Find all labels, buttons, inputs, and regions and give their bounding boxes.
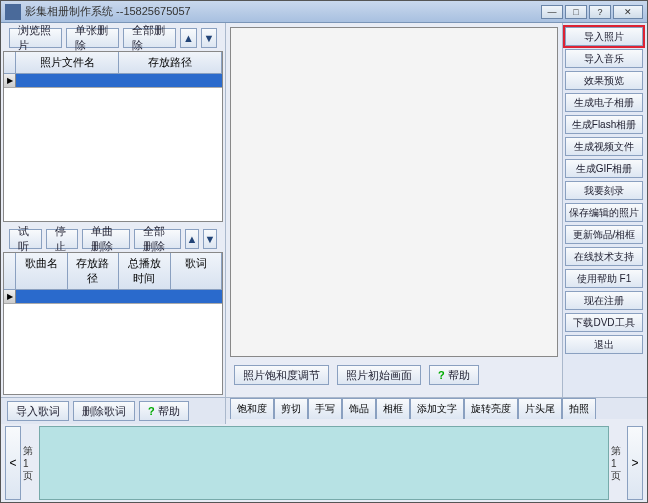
tab-frame[interactable]: 相框 — [376, 398, 410, 419]
window-title: 影集相册制作系统 --15825675057 — [25, 4, 191, 19]
edit-tabs: 饱和度 剪切 手写 饰品 相框 添加文字 旋转亮度 片头尾 拍照 — [226, 397, 647, 419]
exit-button[interactable]: 退出 — [565, 335, 643, 354]
photo-up-button[interactable]: ▲ — [180, 28, 196, 48]
timeline-next-button[interactable]: > — [627, 426, 643, 500]
delete-all-song-button[interactable]: 全部删除 — [134, 229, 181, 249]
try-listen-button[interactable]: 试听 — [9, 229, 42, 249]
help-button[interactable]: ? — [589, 5, 611, 19]
tab-handwrite[interactable]: 手写 — [308, 398, 342, 419]
titlebar[interactable]: 影集相册制作系统 --15825675057 — □ ? ✕ — [1, 1, 647, 23]
tab-snapshot[interactable]: 拍照 — [562, 398, 596, 419]
tab-crop[interactable]: 剪切 — [274, 398, 308, 419]
song-down-button[interactable]: ▼ — [203, 229, 217, 249]
save-edit-button[interactable]: 保存编辑的照片 — [565, 203, 643, 222]
use-help-button[interactable]: 使用帮助 F1 — [565, 269, 643, 288]
song-col-path: 存放路径 — [68, 253, 120, 289]
gen-ebook-button[interactable]: 生成电子相册 — [565, 93, 643, 112]
gen-gif-button[interactable]: 生成GIF相册 — [565, 159, 643, 178]
lyric-toolbar: 导入歌词 删除歌词 ?帮助 — [1, 397, 226, 424]
app-icon — [5, 4, 21, 20]
initial-frame-button[interactable]: 照片初始画面 — [337, 365, 421, 385]
tab-title-end[interactable]: 片头尾 — [518, 398, 562, 419]
delete-all-photo-button[interactable]: 全部删除 — [123, 28, 176, 48]
photo-grid[interactable]: 照片文件名 存放路径 ▶ — [3, 51, 223, 222]
photo-row-selected[interactable]: ▶ — [4, 74, 222, 88]
maximize-button[interactable]: □ — [565, 5, 587, 19]
song-col-lyric: 歌词 — [171, 253, 223, 289]
photo-down-button[interactable]: ▼ — [201, 28, 217, 48]
saturation-button[interactable]: 照片饱和度调节 — [234, 365, 329, 385]
song-grid[interactable]: 歌曲名 存放路径 总播放时间 歌词 ▶ — [3, 252, 223, 395]
delete-one-photo-button[interactable]: 单张删除 — [66, 28, 119, 48]
gen-video-button[interactable]: 生成视频文件 — [565, 137, 643, 156]
import-photo-button[interactable]: 导入照片 — [565, 27, 643, 46]
song-up-button[interactable]: ▲ — [185, 229, 199, 249]
app-window: 影集相册制作系统 --15825675057 — □ ? ✕ 浏览照片 单张删除… — [0, 0, 648, 503]
stop-button[interactable]: 停止 — [46, 229, 79, 249]
timeline-page-right: 第1页 — [611, 426, 625, 500]
preview-area[interactable] — [230, 27, 558, 357]
photo-col-filename: 照片文件名 — [16, 52, 119, 73]
timeline-strip[interactable] — [39, 426, 609, 500]
row-indicator-icon: ▶ — [4, 290, 16, 303]
timeline-area: < 第1页 第1页 > — [1, 424, 647, 502]
close-button[interactable]: ✕ — [613, 5, 643, 19]
timeline-page-left: 第1页 — [23, 426, 37, 500]
lyric-help-button[interactable]: ?帮助 — [139, 401, 189, 421]
row-indicator-icon: ▶ — [4, 74, 16, 87]
timeline-prev-button[interactable]: < — [5, 426, 21, 500]
photo-col-path: 存放路径 — [119, 52, 222, 73]
help-icon: ? — [438, 369, 445, 381]
browse-photo-button[interactable]: 浏览照片 — [9, 28, 62, 48]
song-col-duration: 总播放时间 — [119, 253, 171, 289]
update-deco-button[interactable]: 更新饰品/相框 — [565, 225, 643, 244]
right-panel: 导入照片 导入音乐 效果预览 生成电子相册 生成Flash相册 生成视频文件 生… — [562, 23, 647, 397]
import-lyric-button[interactable]: 导入歌词 — [7, 401, 69, 421]
tab-decoration[interactable]: 饰品 — [342, 398, 376, 419]
song-row-selected[interactable]: ▶ — [4, 290, 222, 304]
song-col-name: 歌曲名 — [16, 253, 68, 289]
register-button[interactable]: 现在注册 — [565, 291, 643, 310]
song-toolbar: 试听 停止 单曲删除 全部删除 ▲ ▼ — [3, 226, 223, 252]
gen-flash-button[interactable]: 生成Flash相册 — [565, 115, 643, 134]
import-music-button[interactable]: 导入音乐 — [565, 49, 643, 68]
tab-saturation[interactable]: 饱和度 — [230, 398, 274, 419]
minimize-button[interactable]: — — [541, 5, 563, 19]
tab-text[interactable]: 添加文字 — [410, 398, 464, 419]
center-panel: 照片饱和度调节 照片初始画面 ?帮助 — [226, 23, 562, 397]
online-support-button[interactable]: 在线技术支持 — [565, 247, 643, 266]
tab-rotate-bright[interactable]: 旋转亮度 — [464, 398, 518, 419]
center-help-button[interactable]: ?帮助 — [429, 365, 479, 385]
dvd-tool-button[interactable]: 下载DVD工具 — [565, 313, 643, 332]
help-icon: ? — [148, 405, 155, 417]
photo-toolbar: 浏览照片 单张删除 全部删除 ▲ ▼ — [3, 25, 223, 51]
left-panel: 浏览照片 单张删除 全部删除 ▲ ▼ 照片文件名 存放路径 ▶ 试听 — [1, 23, 226, 397]
effect-preview-button[interactable]: 效果预览 — [565, 71, 643, 90]
burn-button[interactable]: 我要刻录 — [565, 181, 643, 200]
delete-lyric-button[interactable]: 删除歌词 — [73, 401, 135, 421]
delete-one-song-button[interactable]: 单曲删除 — [82, 229, 129, 249]
